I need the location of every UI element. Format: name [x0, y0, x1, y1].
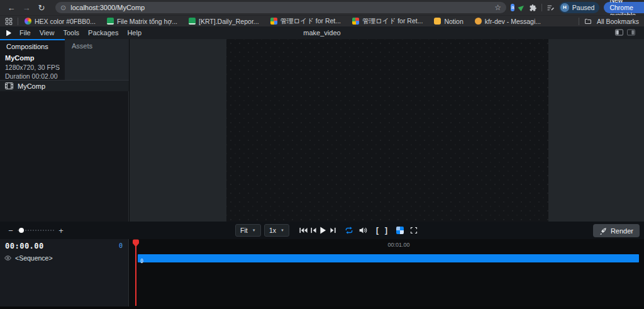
browser-toolbar: ← → ↻ ⊙ localhost:3000/MyComp ☆ a H Paus… [0, 0, 644, 15]
chevron-down-icon: ▼ [280, 228, 284, 232]
bottom-edge [0, 306, 644, 309]
size-dropdown[interactable]: Fit ▼ [235, 224, 261, 237]
bookmark-kanri-roid-2[interactable]: 管理ロイド for Ret... [352, 17, 423, 26]
bookmark-label: [KRT].Daily_Repor... [199, 18, 259, 25]
composition-list-item-label: MyComp [18, 82, 45, 90]
timeline-tracks-area[interactable]: 00:01.00 0 [130, 239, 644, 306]
sync-status-label: Paused [572, 4, 595, 11]
bookmark-label: kfr-dev - Messagi... [485, 18, 541, 25]
menu-help[interactable]: Help [127, 29, 142, 37]
slack-favicon [475, 18, 482, 25]
preview-area [130, 39, 644, 222]
all-bookmarks-button[interactable]: All Bookmarks [579, 18, 639, 25]
remotion-logo[interactable] [5, 30, 12, 37]
film-icon [5, 82, 13, 89]
sequence-clip-bar[interactable]: 0 [138, 254, 639, 262]
bookmark-kfr-dev[interactable]: kfr-dev - Messagi... [475, 18, 541, 25]
timeline-track-header: 00:00.00 0 <Sequence> [0, 239, 129, 306]
tab-compositions[interactable]: Compositions [0, 40, 65, 53]
zoom-in-button[interactable]: + [57, 226, 65, 235]
bookmark-label: File Matrix tổng hợ... [117, 18, 177, 25]
folder-icon [584, 18, 592, 25]
playback-controlbar: − + Fit ▼ 1x ▼ [0, 222, 644, 239]
out-point-button[interactable]: ] [385, 226, 387, 235]
in-point-button[interactable]: [ [376, 226, 379, 235]
menu-view[interactable]: View [40, 29, 55, 37]
playhead-line[interactable] [135, 245, 136, 306]
speed-dropdown[interactable]: 1x ▼ [264, 224, 289, 237]
bookmark-notion[interactable]: Notion [434, 18, 463, 25]
sequence-start-frame-label: 0 [138, 259, 143, 264]
extensions-puzzle-icon[interactable] [529, 4, 537, 12]
zoom-slider-handle[interactable] [19, 228, 24, 233]
ruler-tick-label: 00:01.00 [380, 242, 418, 248]
toggle-right-panel-icon[interactable] [627, 29, 635, 36]
video-canvas[interactable] [226, 39, 548, 222]
menu-tools[interactable]: Tools [63, 29, 79, 37]
studio-content: Compositions Assets MyComp 1280x720, 30 … [0, 39, 644, 222]
zoom-slider-track[interactable] [18, 230, 54, 231]
previous-frame-icon[interactable] [311, 227, 316, 233]
toolbar-divider [541, 4, 542, 11]
chrome-update-button[interactable]: New Chrome available ⋮ [604, 2, 644, 13]
transport-controls: [ ] [299, 222, 418, 239]
track-row-sequence[interactable]: <Sequence> [0, 253, 129, 263]
eye-icon[interactable] [4, 256, 11, 261]
app-favicon [352, 18, 359, 25]
timeline-zoom-slider: − + [6, 222, 65, 239]
fullscreen-icon[interactable] [410, 227, 418, 234]
composition-list-item[interactable]: MyComp [0, 81, 129, 91]
tab-assets-label: Assets [65, 39, 129, 53]
forward-icon[interactable]: → [19, 3, 34, 13]
compositions-sidebar: Compositions Assets MyComp 1280x720, 30 … [0, 39, 129, 222]
bookmark-star-icon[interactable]: ☆ [494, 3, 501, 12]
loop-icon[interactable] [345, 227, 353, 234]
composition-name: MyComp [5, 54, 60, 62]
profile-sync-pill[interactable]: H Paused [559, 2, 600, 13]
reload-icon[interactable]: ↻ [34, 3, 49, 13]
translate-extension-icon[interactable]: a [511, 4, 514, 11]
rocket-icon [599, 227, 607, 235]
extensions-strip: a H Paused New Chrome available ⋮ [511, 0, 644, 15]
skip-to-start-icon[interactable] [299, 227, 308, 233]
timecode-display: 00:00.00 [5, 242, 44, 250]
app-favicon [270, 18, 277, 25]
notion-favicon [434, 18, 441, 25]
playhead-pin[interactable] [132, 239, 140, 247]
color-wheel-favicon [25, 18, 31, 25]
menu-file[interactable]: File [19, 29, 31, 37]
remotion-studio-window: ← → ↻ ⊙ localhost:3000/MyComp ☆ a H Paus… [0, 0, 644, 309]
play-icon[interactable] [319, 227, 326, 234]
back-icon[interactable]: ← [4, 3, 19, 13]
bookmarks-divider [579, 18, 579, 25]
reading-list-icon[interactable] [547, 4, 555, 12]
composition-format: 1280x720, 30 FPS [5, 64, 60, 71]
bookmark-label: 管理ロイド for Ret... [362, 17, 423, 26]
cursor-extension-icon[interactable] [518, 4, 526, 11]
url-text[interactable]: localhost:3000/MyComp [70, 4, 491, 11]
zoom-out-button[interactable]: − [6, 226, 15, 235]
site-info-icon[interactable]: ⊙ [60, 4, 66, 12]
composition-duration: Duration 00:02.00 [5, 72, 60, 80]
transparency-checkerboard-icon[interactable] [396, 227, 404, 234]
bookmark-file-matrix[interactable]: File Matrix tổng hợ... [107, 18, 177, 25]
volume-icon[interactable] [359, 227, 367, 234]
render-button[interactable]: Render [593, 224, 640, 237]
chevron-down-icon: ▼ [252, 228, 256, 232]
next-frame-icon[interactable] [330, 227, 336, 233]
bookmark-hex-color[interactable]: HEX color #0FBB0... [25, 18, 96, 25]
track-label: <Sequence> [15, 254, 53, 262]
bookmark-label: 管理ロイド for Ret... [280, 17, 341, 26]
tab-assets[interactable]: Assets [65, 39, 129, 80]
bookmark-label: HEX color #0FBB0... [35, 18, 96, 25]
bookmark-krt-daily-report[interactable]: [KRT].Daily_Repor... [189, 18, 259, 25]
speed-dropdown-value: 1x [269, 227, 276, 234]
bookmark-kanri-roid-1[interactable]: 管理ロイド for Ret... [270, 17, 341, 26]
toggle-left-panel-icon[interactable] [615, 29, 623, 36]
menu-packages[interactable]: Packages [88, 29, 118, 37]
address-bar[interactable]: ⊙ localhost:3000/MyComp ☆ [55, 2, 506, 13]
timeline: 00:00.00 0 <Sequence> 00:01.00 0 [0, 239, 644, 306]
sheets-favicon [107, 18, 114, 25]
apps-grid-icon[interactable] [5, 18, 13, 25]
size-dropdown-value: Fit [240, 227, 248, 234]
